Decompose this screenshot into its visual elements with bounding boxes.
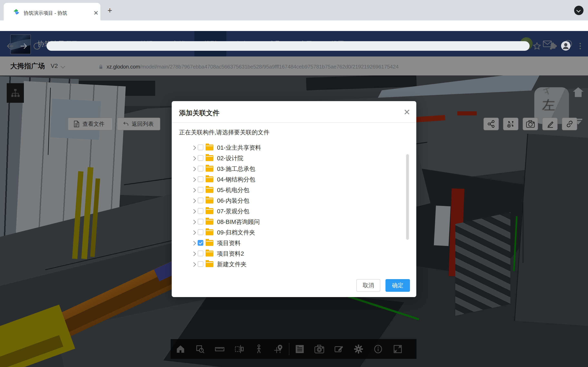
checkbox[interactable] [198, 208, 203, 214]
forward-icon[interactable] [19, 42, 28, 50]
tree-row[interactable]: 02-设计院 [172, 153, 416, 164]
tree-scrollbar[interactable] [406, 154, 409, 240]
checkbox[interactable] [198, 198, 203, 203]
folder-icon [206, 155, 213, 161]
checkbox[interactable] [198, 155, 203, 161]
checkbox[interactable] [198, 229, 203, 235]
tree-row[interactable]: 新建文件夹 [172, 259, 416, 269]
expand-chevron-icon[interactable] [191, 177, 196, 182]
bookmark-star-icon[interactable] [532, 42, 541, 50]
tree-row[interactable]: 01-业主共享资料 [172, 142, 416, 153]
expand-chevron-icon[interactable] [191, 146, 196, 150]
expand-chevron-icon[interactable] [191, 188, 196, 193]
folder-icon [206, 208, 213, 214]
dialog-title: 添加关联文件 [179, 108, 219, 118]
expand-chevron-icon[interactable] [191, 199, 196, 203]
tree-row[interactable]: 06-内装分包 [172, 195, 416, 206]
folder-icon [206, 187, 213, 193]
dialog-divider [172, 122, 416, 123]
folder-icon [206, 176, 213, 182]
expand-chevron-icon[interactable] [191, 156, 196, 161]
back-icon[interactable] [6, 42, 15, 50]
tree-row[interactable]: 09-归档文件夹 [172, 227, 416, 238]
folder-label[interactable]: 01-业主共享资料 [217, 144, 261, 152]
tab-search-button[interactable] [574, 6, 584, 15]
tree-row[interactable]: 项目资料 [172, 238, 416, 248]
folder-icon [206, 166, 213, 172]
screen: 协筑演示项目 - 协筑 ✕ + xz.glodon.com/model/main… [0, 0, 588, 367]
expand-chevron-icon[interactable] [191, 230, 196, 235]
checkbox[interactable] [198, 219, 203, 225]
checkbox[interactable] [198, 261, 203, 267]
url-text: xz.glodon.com/model/main/278b7967ebba470… [107, 64, 398, 70]
folder-label[interactable]: 04-钢结构分包 [217, 175, 255, 184]
folder-icon [206, 229, 213, 235]
folder-icon [206, 145, 213, 150]
folder-icon [206, 250, 213, 257]
browser-profile-avatar[interactable] [561, 41, 571, 50]
folder-icon [206, 240, 213, 246]
tab-title: 协筑演示项目 - 协筑 [24, 10, 67, 16]
url-path: /model/main/278b7967ebba4708ac566375631b… [140, 64, 398, 70]
tree-row[interactable]: 07-景观分包 [172, 206, 416, 217]
tree-row[interactable]: 05-机电分包 [172, 185, 416, 195]
xiezhu-favicon-icon [13, 8, 20, 16]
new-tab-button[interactable]: + [105, 6, 115, 16]
folder-label[interactable]: 02-设计院 [217, 154, 243, 162]
lock-icon [98, 64, 104, 70]
checkbox[interactable] [198, 145, 203, 150]
browser-tab[interactable]: 协筑演示项目 - 协筑 ✕ [4, 3, 100, 20]
extensions-puzzle-icon[interactable] [548, 42, 557, 50]
folder-label[interactable]: 05-机电分包 [217, 186, 249, 194]
browser-toolbar: xz.glodon.com/model/main/278b7967ebba470… [0, 20, 588, 31]
checkbox[interactable] [198, 250, 203, 256]
folder-label[interactable]: 项目资料 [217, 239, 241, 247]
folder-label[interactable]: 07-景观分包 [217, 207, 249, 216]
dialog-subtitle: 正在关联构件,请选择要关联的文件 [179, 128, 269, 137]
tree-row[interactable]: 03-施工总承包 [172, 164, 416, 174]
tab-close-icon[interactable]: ✕ [92, 9, 100, 17]
tree-row[interactable]: 04-钢结构分包 [172, 174, 416, 185]
expand-chevron-icon[interactable] [191, 209, 196, 214]
folder-icon [206, 219, 213, 225]
checkbox[interactable] [198, 187, 203, 193]
expand-chevron-icon[interactable] [191, 262, 196, 267]
add-linked-file-dialog: 添加关联文件 ✕ 正在关联构件,请选择要关联的文件 01-业主共享资料 02-设… [172, 101, 416, 297]
confirm-button[interactable]: 确定 [385, 279, 410, 292]
url-bar[interactable]: xz.glodon.com/model/main/278b7967ebba470… [47, 41, 530, 51]
checkbox[interactable] [198, 176, 203, 182]
folder-tree: 01-业主共享资料 02-设计院 03-施工总承包 04-钢结构分包 05-机电… [172, 142, 416, 273]
browser-tab-strip: 协筑演示项目 - 协筑 ✕ + [0, 0, 588, 20]
folder-label[interactable]: 09-归档文件夹 [217, 229, 255, 237]
cancel-button[interactable]: 取消 [356, 279, 380, 292]
expand-chevron-icon[interactable] [191, 167, 196, 171]
refresh-icon[interactable] [32, 42, 41, 50]
folder-icon [206, 261, 213, 267]
dialog-close-icon[interactable]: ✕ [402, 107, 412, 117]
folder-label[interactable]: 08-BIM咨询顾问 [217, 218, 260, 226]
folder-label[interactable]: 项目资料2 [217, 250, 244, 258]
browser-menu-kebab-icon[interactable] [576, 42, 585, 50]
tree-row[interactable]: 项目资料2 [172, 248, 416, 259]
checkbox[interactable] [198, 240, 203, 246]
expand-chevron-icon[interactable] [191, 252, 196, 256]
url-domain: xz.glodon.com [107, 64, 140, 70]
folder-label[interactable]: 03-施工总承包 [217, 165, 255, 173]
expand-chevron-icon[interactable] [191, 241, 196, 246]
folder-icon [206, 198, 213, 203]
tree-row[interactable]: 08-BIM咨询顾问 [172, 217, 416, 227]
expand-chevron-icon[interactable] [191, 220, 196, 225]
checkbox[interactable] [198, 166, 203, 171]
folder-label[interactable]: 新建文件夹 [217, 260, 247, 268]
folder-label[interactable]: 06-内装分包 [217, 197, 249, 205]
